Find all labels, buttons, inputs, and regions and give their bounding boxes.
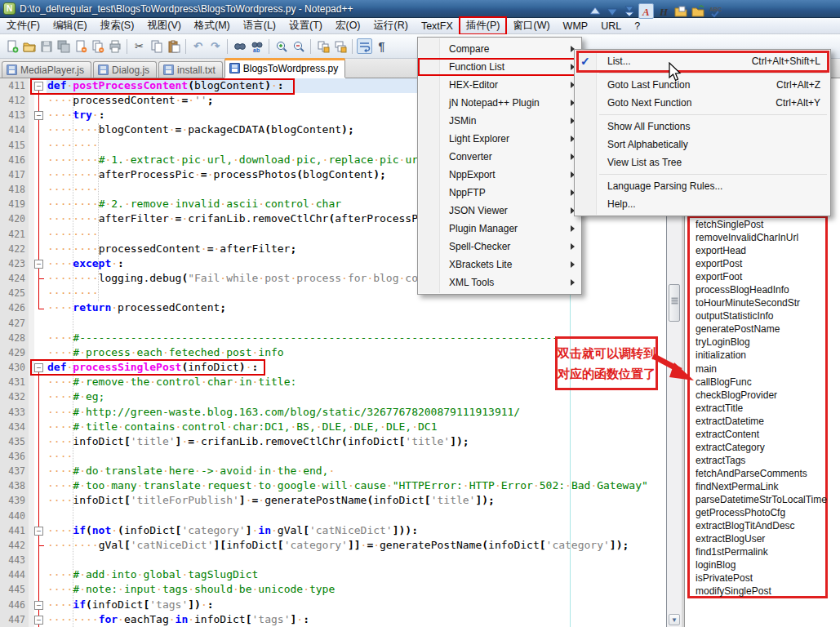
- print-icon[interactable]: [107, 38, 122, 54]
- save-all-icon[interactable]: [56, 38, 71, 54]
- tab-MediaPlayer.js[interactable]: MediaPlayer.js: [2, 61, 91, 78]
- fold-marker-collapse[interactable]: –: [34, 111, 43, 120]
- function-list-item-outputStatisticInfo[interactable]: outputStatisticInfo: [696, 309, 827, 322]
- plugins-menu-item-Light-Explorer[interactable]: Light Explorer: [418, 130, 581, 148]
- doc-switcher-icon[interactable]: [673, 3, 688, 19]
- function-list-item-main[interactable]: main: [696, 362, 827, 376]
- function-list-item-exportHead[interactable]: exportHead: [696, 244, 827, 257]
- plugins-menu-item-jN-Notepad++-Plugin[interactable]: jN Notepad++ Plugin: [418, 94, 581, 112]
- function-list-item-processBlogHeadInfo[interactable]: processBlogHeadInfo: [696, 283, 827, 296]
- submenu-item-Help-[interactable]: Help...: [575, 195, 830, 213]
- menu-WMP[interactable]: WMP: [557, 19, 595, 33]
- close-doc-icon[interactable]: [73, 38, 88, 54]
- menu-F[interactable]: 文件(F): [0, 17, 47, 34]
- function-list-item-extractBlogTitAndDesc[interactable]: extractBlogTitAndDesc: [696, 519, 827, 532]
- tab-install.txt[interactable]: install.txt: [158, 61, 223, 78]
- menu-L[interactable]: 语言(L): [237, 17, 282, 34]
- menu-W[interactable]: 窗口(W): [506, 17, 556, 34]
- plugins-menu-item-Converter[interactable]: Converter: [418, 148, 581, 166]
- menu-V[interactable]: 视图(V): [140, 17, 188, 34]
- hide-lines-icon[interactable]: H: [656, 3, 671, 19]
- menu-E[interactable]: 编辑(E): [47, 17, 94, 34]
- save-icon[interactable]: [38, 38, 54, 54]
- undo-icon[interactable]: ↶: [190, 38, 206, 54]
- close-all-icon[interactable]: [90, 38, 105, 54]
- function-list-item-extractTags[interactable]: extractTags: [696, 454, 827, 467]
- open-folder-icon[interactable]: [21, 38, 37, 54]
- plugins-menu-item-NppExport[interactable]: NppExport: [418, 166, 581, 184]
- menu-TextFX[interactable]: TextFX: [415, 19, 460, 33]
- copy-icon[interactable]: [149, 38, 164, 54]
- cut-icon[interactable]: ✂: [131, 38, 147, 54]
- function-list-item-checkBlogProvider[interactable]: checkBlogProvider: [696, 389, 827, 402]
- menu-T[interactable]: 设置(T): [282, 17, 329, 34]
- function-list-item-generatePostName[interactable]: generatePostName: [696, 322, 827, 336]
- plugins-menu-item-Spell-Checker[interactable]: Spell-Checker: [418, 238, 581, 256]
- submenu-item-View-List-as-Tree[interactable]: View List as Tree: [575, 153, 830, 171]
- plugins-menu-item-XML-Tools[interactable]: XML Tools: [418, 273, 581, 291]
- fold-marker-collapse[interactable]: –: [34, 616, 43, 625]
- function-list-item-getProcessPhotoCfg[interactable]: getProcessPhotoCfg: [696, 506, 827, 519]
- function-list-item-initialization[interactable]: initialization: [696, 349, 827, 362]
- submenu-item-Sort-Alphabetically[interactable]: Sort Alphabetically: [575, 136, 830, 153]
- submenu-item-Goto-Last-Function[interactable]: Goto Last FunctionCtrl+Alt+Z: [575, 76, 830, 94]
- plugins-menu-item-XBrackets-Lite[interactable]: XBrackets Lite: [418, 256, 581, 273]
- function-list-item-find1stPermalink[interactable]: find1stPermalink: [696, 545, 827, 558]
- show-symbols-icon[interactable]: ¶: [374, 38, 389, 54]
- function-list-item-toHourMinuteSecondStr[interactable]: toHourMinuteSecondStr: [696, 296, 827, 309]
- zoom-in-icon[interactable]: [273, 38, 289, 54]
- scrollbar-down-arrow[interactable]: ▼: [669, 614, 680, 625]
- fold-marker-collapse[interactable]: –: [34, 601, 43, 610]
- plugins-menu-item-Compare[interactable]: Compare: [418, 40, 581, 58]
- replace-icon[interactable]: ab: [249, 38, 264, 54]
- spell-check-icon[interactable]: ABC: [707, 3, 722, 19]
- sync-scroll-v-icon[interactable]: [315, 38, 331, 54]
- new-file-icon[interactable]: [4, 38, 20, 54]
- submenu-item-Goto-Next-Function[interactable]: Goto Next FunctionCtrl+Alt+Y: [575, 94, 830, 112]
- function-list-item-fetchAndParseComments[interactable]: fetchAndParseComments: [696, 467, 827, 480]
- fold-marker-collapse[interactable]: –: [34, 260, 43, 269]
- plugins-menu-item-HEX-Editor[interactable]: HEX-Editor: [418, 76, 581, 94]
- menu-P[interactable]: 插件(P): [460, 17, 507, 34]
- redo-icon[interactable]: ↷: [207, 38, 223, 54]
- menu-O[interactable]: 宏(O): [329, 17, 367, 34]
- collapse-all-icon[interactable]: [604, 3, 620, 19]
- plugins-menu-item-NppFTP[interactable]: NppFTP: [418, 184, 581, 202]
- tab-BlogsToWordpress.py[interactable]: BlogsToWordpress.py: [224, 58, 346, 78]
- function-list-item-exportFoot[interactable]: exportFoot: [696, 270, 827, 283]
- menu-S[interactable]: 搜索(S): [94, 17, 141, 34]
- collapse-level-icon[interactable]: [621, 3, 637, 19]
- function-list-item-extractCategory[interactable]: extractCategory: [696, 441, 827, 454]
- function-list-item-loginBlog[interactable]: loginBlog: [696, 558, 827, 571]
- function-list-icon[interactable]: A: [638, 3, 654, 19]
- menu-?[interactable]: ?: [628, 19, 647, 33]
- function-list-item-removeInvalidCharInUrl[interactable]: removeInvalidCharInUrl: [696, 231, 827, 244]
- function-list-item-findNextPermaLink[interactable]: findNextPermaLink: [696, 480, 827, 493]
- zoom-out-icon[interactable]: [291, 38, 306, 54]
- find-icon[interactable]: [232, 38, 247, 54]
- function-list-item-parseDatetimeStrToLocalTime[interactable]: parseDatetimeStrToLocalTime: [696, 493, 827, 506]
- scrollbar-thumb[interactable]: [669, 284, 680, 322]
- function-list-item-extractContent[interactable]: extractContent: [696, 428, 827, 441]
- function-list-item-modifySinglePost[interactable]: modifySinglePost: [696, 585, 827, 598]
- word-wrap-icon[interactable]: [357, 38, 372, 54]
- menu-M[interactable]: 格式(M): [188, 17, 237, 34]
- project-panel-icon[interactable]: [690, 3, 705, 19]
- tab-Dialog.js[interactable]: Dialog.js: [93, 61, 157, 78]
- plugins-menu-item-JSON-Viewer[interactable]: JSON Viewer: [418, 202, 581, 220]
- submenu-item-Language-Parsing-Rules-[interactable]: Language Parsing Rules...: [575, 177, 830, 195]
- fold-marker-collapse[interactable]: –: [34, 527, 43, 536]
- function-list-item-extractDatetime[interactable]: extractDatetime: [696, 415, 827, 428]
- paste-icon[interactable]: [166, 38, 181, 54]
- function-list-item-fetchSinglePost[interactable]: fetchSinglePost: [696, 218, 827, 231]
- function-list-item-extractTitle[interactable]: extractTitle: [696, 402, 827, 415]
- expand-all-icon[interactable]: [587, 3, 602, 19]
- menu-URL[interactable]: URL: [594, 19, 628, 33]
- function-list-item-isPrivatePost[interactable]: isPrivatePost: [696, 571, 827, 585]
- function-list-item-exportPost[interactable]: exportPost: [696, 257, 827, 270]
- function-list-item-tryLoginBlog[interactable]: tryLoginBlog: [696, 336, 827, 349]
- function-list-item-callBlogFunc[interactable]: callBlogFunc: [696, 376, 827, 389]
- function-list-item-extractBlogUser[interactable]: extractBlogUser: [696, 532, 827, 545]
- plugins-menu-item-Plugin-Manager[interactable]: Plugin Manager: [418, 220, 581, 238]
- plugins-menu-item-Function-List[interactable]: Function List: [418, 58, 581, 76]
